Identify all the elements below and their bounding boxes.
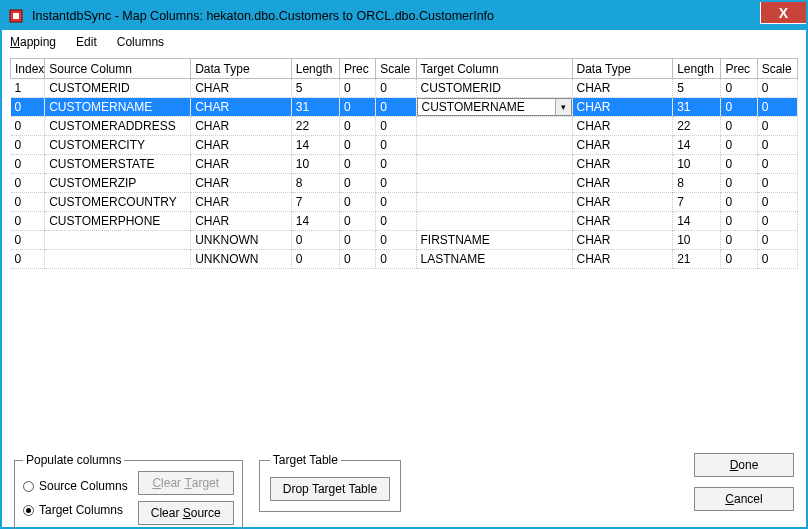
cell[interactable]: 0 — [757, 79, 797, 98]
cell[interactable]: 0 — [721, 117, 757, 136]
cell[interactable]: CHAR — [572, 174, 673, 193]
cell[interactable]: 0 — [291, 250, 339, 269]
cell[interactable]: 31 — [291, 98, 339, 117]
cell[interactable]: 0 — [340, 155, 376, 174]
cell[interactable]: 0 — [757, 250, 797, 269]
cell[interactable]: 7 — [673, 193, 721, 212]
hdr-target-column[interactable]: Target Column — [416, 59, 572, 79]
cell[interactable]: 22 — [673, 117, 721, 136]
cell[interactable]: 0 — [340, 174, 376, 193]
cell[interactable] — [45, 250, 191, 269]
mapping-grid[interactable]: Index Source Column Data Type Length Pre… — [10, 58, 798, 269]
hdr-length-src[interactable]: Length — [291, 59, 339, 79]
cell[interactable]: 8 — [291, 174, 339, 193]
cell[interactable]: CHAR — [572, 231, 673, 250]
cell[interactable]: CUSTOMERZIP — [45, 174, 191, 193]
hdr-index[interactable]: Index — [11, 59, 45, 79]
cell[interactable]: CHAR — [191, 155, 292, 174]
cell[interactable]: UNKNOWN — [191, 231, 292, 250]
hdr-length-tgt[interactable]: Length — [673, 59, 721, 79]
cell[interactable]: CUSTOMERSTATE — [45, 155, 191, 174]
cell[interactable]: 0 — [340, 231, 376, 250]
cell[interactable]: CHAR — [191, 193, 292, 212]
cell[interactable]: 0 — [376, 231, 416, 250]
cancel-button[interactable]: Cancel — [694, 487, 794, 511]
table-row[interactable]: 0CUSTOMERCITYCHAR1400CHAR1400 — [11, 136, 798, 155]
cell[interactable]: 10 — [673, 231, 721, 250]
table-row[interactable]: 0CUSTOMERSTATECHAR1000CHAR1000 — [11, 155, 798, 174]
hdr-source-column[interactable]: Source Column — [45, 59, 191, 79]
cell[interactable]: CUSTOMERNAME▾CUSTOMERCOUNTRYCUSTOMERIDCU… — [416, 98, 572, 117]
drop-target-table-button[interactable]: Drop Target Table — [270, 477, 390, 501]
cell[interactable]: 14 — [673, 136, 721, 155]
cell[interactable]: 0 — [340, 79, 376, 98]
cell[interactable]: 0 — [340, 136, 376, 155]
cell[interactable]: 0 — [376, 250, 416, 269]
done-button[interactable]: Done — [694, 453, 794, 477]
cell[interactable]: CHAR — [572, 136, 673, 155]
cell[interactable]: 5 — [673, 79, 721, 98]
cell[interactable]: FIRSTNAME — [416, 231, 572, 250]
table-row[interactable]: 0CUSTOMERCOUNTRYCHAR700CHAR700 — [11, 193, 798, 212]
cell[interactable]: 0 — [757, 98, 797, 117]
table-row[interactable]: 0UNKNOWN000FIRSTNAMECHAR1000 — [11, 231, 798, 250]
table-row[interactable]: 0CUSTOMERADDRESSCHAR2200CHAR2200 — [11, 117, 798, 136]
cell[interactable]: 31 — [673, 98, 721, 117]
hdr-prec-tgt[interactable]: Prec — [721, 59, 757, 79]
cell[interactable]: 0 — [340, 212, 376, 231]
cell[interactable] — [416, 117, 572, 136]
cell[interactable]: CHAR — [572, 98, 673, 117]
cell[interactable]: CHAR — [191, 79, 292, 98]
cell[interactable]: 0 — [376, 79, 416, 98]
cell[interactable]: 0 — [376, 155, 416, 174]
cell[interactable] — [416, 155, 572, 174]
cell[interactable]: 0 — [757, 117, 797, 136]
cell[interactable]: 0 — [376, 193, 416, 212]
table-row[interactable]: 1CUSTOMERIDCHAR500CUSTOMERIDCHAR500 — [11, 79, 798, 98]
cell[interactable]: CHAR — [191, 174, 292, 193]
cell[interactable]: 7 — [291, 193, 339, 212]
cell[interactable]: CHAR — [191, 117, 292, 136]
cell[interactable]: 0 — [721, 250, 757, 269]
cell[interactable]: CUSTOMERADDRESS — [45, 117, 191, 136]
clear-target-button[interactable]: Clear Target — [138, 471, 234, 495]
cell[interactable]: 10 — [673, 155, 721, 174]
cell[interactable]: CHAR — [191, 98, 292, 117]
cell[interactable]: 21 — [673, 250, 721, 269]
cell[interactable]: CUSTOMERPHONE — [45, 212, 191, 231]
cell[interactable]: 0 — [721, 79, 757, 98]
hdr-prec-src[interactable]: Prec — [340, 59, 376, 79]
cell[interactable]: CHAR — [572, 250, 673, 269]
cell[interactable]: 0 — [376, 98, 416, 117]
hdr-scale-tgt[interactable]: Scale — [757, 59, 797, 79]
cell[interactable]: 14 — [673, 212, 721, 231]
cell[interactable]: 0 — [721, 136, 757, 155]
cell[interactable]: 0 — [757, 174, 797, 193]
cell[interactable]: CUSTOMERID — [416, 79, 572, 98]
table-row[interactable]: 0CUSTOMERZIPCHAR800CHAR800 — [11, 174, 798, 193]
cell[interactable]: CHAR — [572, 155, 673, 174]
cell[interactable]: 0 — [376, 136, 416, 155]
cell[interactable]: 0 — [721, 212, 757, 231]
cell[interactable]: 0 — [721, 174, 757, 193]
menu-mapping[interactable]: Mapping — [10, 35, 56, 49]
cell[interactable]: 1 — [11, 79, 45, 98]
cell[interactable]: 5 — [291, 79, 339, 98]
cell[interactable]: 0 — [11, 212, 45, 231]
cell[interactable]: 0 — [11, 117, 45, 136]
cell[interactable] — [45, 231, 191, 250]
cell[interactable]: 10 — [291, 155, 339, 174]
cell[interactable]: 14 — [291, 136, 339, 155]
cell[interactable]: 14 — [291, 212, 339, 231]
cell[interactable]: 22 — [291, 117, 339, 136]
cell[interactable]: 0 — [11, 98, 45, 117]
cell[interactable]: CHAR — [191, 136, 292, 155]
cell[interactable]: 0 — [757, 155, 797, 174]
cell[interactable]: CUSTOMERCITY — [45, 136, 191, 155]
cell[interactable] — [416, 174, 572, 193]
cell[interactable]: 0 — [376, 174, 416, 193]
radio-source-columns[interactable]: Source Columns — [23, 475, 128, 497]
cell[interactable]: CHAR — [572, 193, 673, 212]
cell[interactable]: CUSTOMERCOUNTRY — [45, 193, 191, 212]
hdr-datatype-tgt[interactable]: Data Type — [572, 59, 673, 79]
